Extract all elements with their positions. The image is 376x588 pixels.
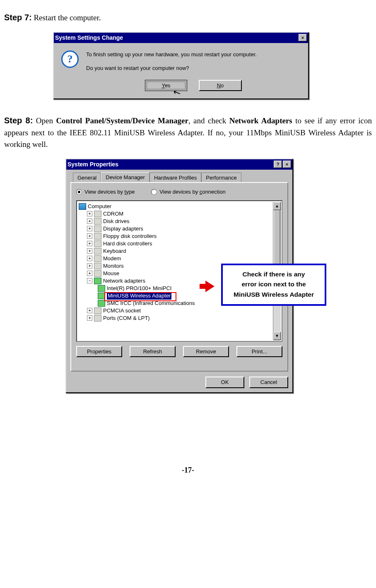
properties-button[interactable]: Properties xyxy=(76,346,122,358)
dialog1-titlebar: System Settings Change × xyxy=(54,33,308,43)
device-icon xyxy=(94,226,101,232)
device-icon xyxy=(94,315,101,322)
tree-item[interactable]: +Ports (COM & LPT) xyxy=(78,314,281,322)
collapse-icon[interactable]: − xyxy=(87,278,92,283)
expand-icon[interactable]: + xyxy=(87,263,92,269)
tree-item[interactable]: +CDROM xyxy=(78,210,281,218)
print-button[interactable]: Print... xyxy=(236,346,282,358)
dialog2-titlebar: System Properties ? × xyxy=(66,159,292,170)
yes-button[interactable]: Yes xyxy=(145,80,187,91)
device-icon xyxy=(94,270,101,277)
tree-item[interactable]: +Keyboard xyxy=(78,247,281,255)
radio-dot-icon xyxy=(76,189,82,195)
expand-icon[interactable]: + xyxy=(87,315,92,321)
radio-view-by-type[interactable]: View devices by type xyxy=(76,188,135,196)
device-icon xyxy=(94,211,101,217)
close-icon[interactable]: × xyxy=(299,34,307,41)
expand-icon[interactable]: + xyxy=(87,233,92,239)
expand-icon[interactable]: + xyxy=(87,218,92,224)
tab-device-manager[interactable]: Device Manager xyxy=(101,172,149,182)
nic-icon xyxy=(98,293,105,299)
callout-line1: Check if there is any xyxy=(226,269,321,280)
help-icon[interactable]: ? xyxy=(274,161,282,168)
question-icon: ? xyxy=(61,50,79,68)
expand-icon[interactable]: + xyxy=(87,308,92,313)
system-settings-change-dialog: System Settings Change × ? To finish set… xyxy=(53,32,309,100)
ok-button[interactable]: OK xyxy=(205,377,244,388)
expand-icon[interactable]: + xyxy=(87,271,92,276)
cancel-button[interactable]: Cancel xyxy=(249,377,288,388)
tree-item[interactable]: +Hard disk controllers xyxy=(78,240,281,247)
dialog1-line2: Do you want to restart your computer now… xyxy=(86,64,301,72)
callout-box: Check if there is any error icon next to… xyxy=(221,264,326,306)
tree-root[interactable]: Computer xyxy=(78,203,281,210)
tree-item[interactable]: +PCMCIA socket xyxy=(78,307,281,314)
arrow-right-icon xyxy=(205,281,215,292)
expand-icon[interactable]: + xyxy=(87,226,92,231)
step8-network-adapters: Network Adapters xyxy=(229,116,292,125)
tree-item[interactable]: +Modem xyxy=(78,255,281,262)
close-icon[interactable]: × xyxy=(283,161,291,168)
page-number: -17- xyxy=(4,465,372,476)
radio-view-by-connection[interactable]: View devices by connection xyxy=(151,188,225,196)
callout-line2: error icon next to the xyxy=(226,279,321,290)
step7-text: Restart the computer. xyxy=(32,13,101,22)
remove-button[interactable]: Remove xyxy=(183,346,229,358)
expand-icon[interactable]: + xyxy=(87,211,92,216)
device-icon xyxy=(94,233,101,240)
expand-icon[interactable]: + xyxy=(87,248,92,254)
radio-dot-icon xyxy=(151,189,157,195)
step8-label: Step 8: xyxy=(4,116,33,125)
tree-item[interactable]: +Disk drives xyxy=(78,218,281,225)
tree-item[interactable]: +Display adapters xyxy=(78,225,281,233)
tab-performance[interactable]: Performance xyxy=(201,173,241,183)
tab-hardware-profiles[interactable]: Hardware Profiles xyxy=(149,173,201,183)
computer-icon xyxy=(79,203,86,210)
tab-general[interactable]: General xyxy=(73,173,101,183)
device-icon xyxy=(94,307,101,314)
scroll-down-icon[interactable]: ▼ xyxy=(273,332,281,340)
no-button[interactable]: No xyxy=(199,80,242,91)
nic-icon xyxy=(98,285,105,292)
tab-strip: General Device Manager Hardware Profiles… xyxy=(73,172,288,182)
refresh-button[interactable]: Refresh xyxy=(130,346,176,358)
device-icon xyxy=(94,263,101,269)
expand-icon[interactable]: + xyxy=(87,256,92,261)
scroll-up-icon[interactable]: ▲ xyxy=(273,202,281,210)
device-icon xyxy=(94,248,101,254)
device-icon xyxy=(94,255,101,262)
network-icon xyxy=(94,278,101,284)
step7-line: Step 7: Restart the computer. xyxy=(4,11,372,24)
device-icon xyxy=(94,218,101,225)
dialog1-title: System Settings Change xyxy=(55,34,123,42)
device-icon xyxy=(94,240,101,247)
callout-line3: MiniUSB Wireless Adapter xyxy=(226,290,321,300)
step7-label: Step 7: xyxy=(4,13,32,22)
step8-path: Control Panel/System/Device Manager xyxy=(56,116,188,125)
dialog2-title: System Properties xyxy=(67,160,118,169)
step8-paragraph: Step 8: Open Control Panel/System/Device… xyxy=(4,114,372,151)
tree-item[interactable]: +Floppy disk controllers xyxy=(78,233,281,240)
expand-icon[interactable]: + xyxy=(87,241,92,246)
dialog1-line1: To finish setting up your new hardware, … xyxy=(86,50,301,59)
nic-icon xyxy=(98,300,105,307)
